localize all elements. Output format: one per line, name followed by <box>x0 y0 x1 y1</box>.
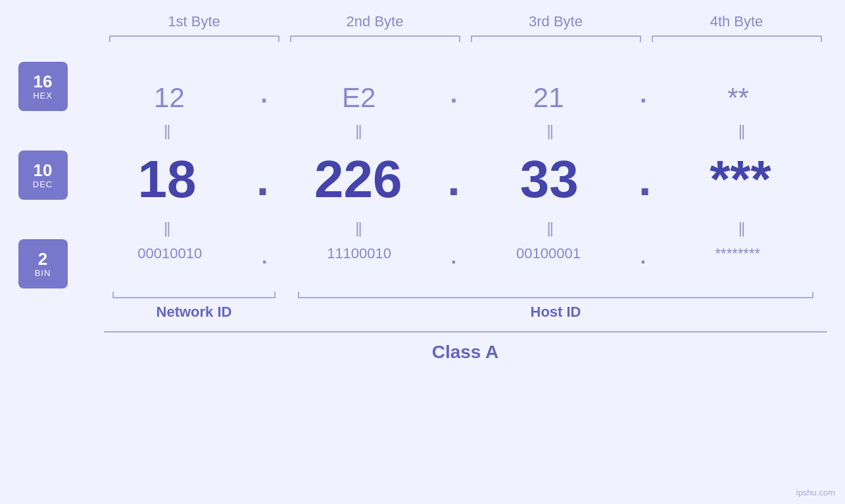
class-row: Class A <box>104 331 827 363</box>
bracket-2 <box>290 35 460 42</box>
dot-bin-3: . <box>638 246 648 268</box>
dot-dec-1: . <box>254 153 272 206</box>
dot-hex-2: . <box>448 80 460 108</box>
hex-byte-3: 21 <box>460 70 637 119</box>
host-id-label: Host ID <box>531 304 581 321</box>
hex-base-num: 16 <box>34 72 53 91</box>
byte-header-2: 2nd Byte <box>285 13 466 35</box>
bin-base-name: BIN <box>35 268 51 278</box>
byte-headers: 1st Byte 2nd Byte 3rd Byte 4th Byte <box>104 13 827 35</box>
hex-row: 12 . E2 . 21 . ** <box>81 70 827 119</box>
base-labels-column: 16 HEX 10 DEC 2 BIN <box>18 55 68 288</box>
dot-bin-1: . <box>259 246 270 268</box>
network-bracket-line <box>112 292 276 298</box>
host-bracket-line <box>298 292 813 298</box>
bracket-1 <box>109 35 279 42</box>
equals-2-b2: || <box>272 219 444 237</box>
bin-row: 00010010 . 11100010 . 00100001 . *******… <box>81 240 827 274</box>
bracket-4 <box>652 35 822 42</box>
dec-row: 18 . 226 . 33 . *** <box>81 143 827 216</box>
equals-1-b1: || <box>81 122 253 140</box>
equals-1-b4: || <box>655 122 827 140</box>
dec-badge: 10 DEC <box>18 150 68 200</box>
dot-dec-3: . <box>636 153 654 206</box>
dot-bin-2: . <box>448 246 459 268</box>
dec-byte-1: 18 <box>81 143 254 216</box>
bracket-3 <box>471 35 641 42</box>
hex-base-name: HEX <box>33 91 53 101</box>
bottom-brackets-section: Network ID Host ID <box>104 292 827 321</box>
bin-badge: 2 BIN <box>18 239 68 288</box>
hex-byte-1: 12 <box>81 70 258 119</box>
bracket-labels: Network ID Host ID <box>104 292 827 321</box>
hex-byte-4: ** <box>650 70 827 119</box>
dec-byte-2: 226 <box>272 143 445 216</box>
main-container: 1st Byte 2nd Byte 3rd Byte 4th Byte 16 H… <box>0 0 845 504</box>
bin-base-num: 2 <box>38 250 47 269</box>
dec-base-name: DEC <box>33 179 53 189</box>
network-id-bracket: Network ID <box>104 292 285 321</box>
bin-byte-3: 00100001 <box>459 240 638 274</box>
equals-row-1: || || || || <box>81 119 827 143</box>
dec-byte-4: *** <box>654 143 827 216</box>
dec-base-num: 10 <box>34 161 53 180</box>
dec-byte-3: 33 <box>463 143 636 216</box>
byte-header-1: 1st Byte <box>104 13 285 35</box>
ip-grid: 12 . E2 . 21 . ** || || || || 18 <box>81 70 827 274</box>
equals-1-b3: || <box>464 122 635 140</box>
dot-hex-1: . <box>258 80 270 108</box>
equals-row-2: || || || || <box>81 216 827 240</box>
byte-header-3: 3rd Byte <box>466 13 646 35</box>
watermark: ipshu.com <box>796 488 835 497</box>
class-label: Class A <box>432 342 499 363</box>
hex-badge: 16 HEX <box>18 62 68 111</box>
equals-1-b2: || <box>272 122 444 140</box>
equals-2-b1: || <box>81 219 253 237</box>
hex-byte-2: E2 <box>270 70 448 119</box>
rows-area: 16 HEX 10 DEC 2 BIN 12 . E2 . 21 . ** <box>18 55 827 288</box>
equals-2-b4: || <box>655 219 827 237</box>
bin-byte-4: ******** <box>648 240 827 274</box>
equals-2-b3: || <box>464 219 635 237</box>
byte-header-4: 4th Byte <box>646 13 827 35</box>
dot-dec-2: . <box>445 153 462 206</box>
bin-byte-1: 00010010 <box>81 240 260 274</box>
dot-hex-3: . <box>637 80 650 108</box>
host-id-bracket: Host ID <box>285 292 827 321</box>
top-brackets <box>104 35 827 42</box>
network-id-label: Network ID <box>157 304 232 321</box>
bin-byte-2: 11100010 <box>270 240 448 274</box>
